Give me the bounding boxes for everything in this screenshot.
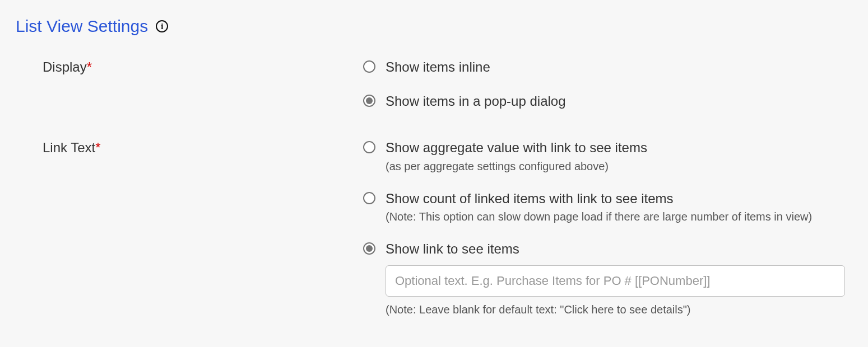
- radio-icon: [363, 242, 375, 255]
- radio-label: Show items in a pop-up dialog: [386, 92, 566, 110]
- radio-label: Show count of linked items with link to …: [386, 190, 812, 207]
- radio-linktext-count[interactable]: Show count of linked items with link to …: [363, 190, 852, 223]
- required-asterisk: *: [95, 140, 100, 155]
- radio-icon: [363, 141, 375, 153]
- linktext-input-hint: (Note: Leave blank for default text: "Cl…: [386, 303, 852, 316]
- section-header: List View Settings i: [16, 17, 852, 36]
- radio-icon: [363, 60, 375, 73]
- radio-display-popup[interactable]: Show items in a pop-up dialog: [363, 92, 852, 110]
- info-icon[interactable]: i: [156, 20, 168, 32]
- radio-display-inline[interactable]: Show items inline: [363, 58, 852, 76]
- display-label: Display*: [43, 59, 92, 74]
- radio-hint: (as per aggregate settings configured ab…: [386, 160, 647, 173]
- radio-linktext-aggregate[interactable]: Show aggregate value with link to see it…: [363, 139, 852, 172]
- linktext-input[interactable]: [386, 265, 845, 297]
- linktext-label-text: Link Text: [43, 140, 95, 155]
- required-asterisk: *: [87, 59, 92, 74]
- radio-label-block: Show count of linked items with link to …: [386, 190, 812, 223]
- radio-linktext-link[interactable]: Show link to see items: [363, 240, 852, 257]
- radio-label-block: Show items in a pop-up dialog: [386, 92, 566, 110]
- display-row: Display* Show items inline Show items in…: [16, 58, 852, 118]
- radio-label: Show items inline: [386, 58, 490, 76]
- linktext-label: Link Text*: [43, 140, 101, 155]
- display-label-text: Display: [43, 59, 87, 74]
- section-title: List View Settings: [16, 17, 148, 36]
- radio-icon: [363, 95, 375, 107]
- linktext-label-col: Link Text*: [16, 139, 363, 156]
- radio-label-block: Show items inline: [386, 58, 490, 76]
- radio-label: Show aggregate value with link to see it…: [386, 139, 647, 156]
- radio-icon: [363, 192, 375, 204]
- linktext-row: Link Text* Show aggregate value with lin…: [16, 139, 852, 316]
- display-controls: Show items inline Show items in a pop-up…: [363, 58, 852, 118]
- radio-label: Show link to see items: [386, 240, 519, 257]
- radio-label-block: Show link to see items: [386, 240, 519, 257]
- display-label-col: Display*: [16, 58, 363, 75]
- linktext-controls: Show aggregate value with link to see it…: [363, 139, 852, 316]
- radio-label-block: Show aggregate value with link to see it…: [386, 139, 647, 172]
- radio-hint: (Note: This option can slow down page lo…: [386, 210, 812, 223]
